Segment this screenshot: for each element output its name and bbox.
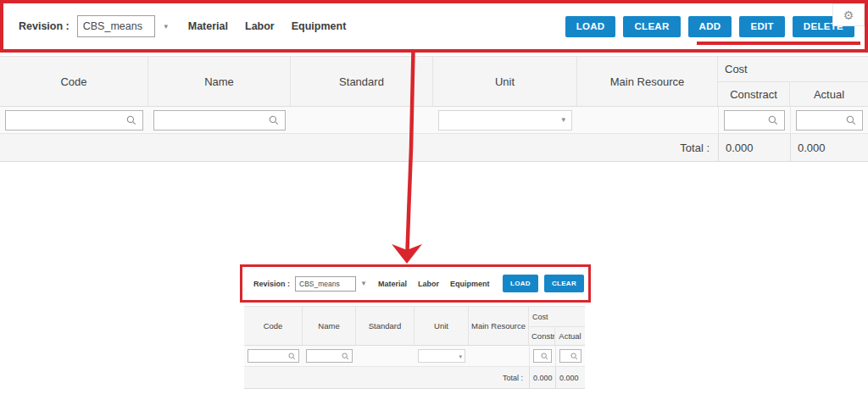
cost-table: Code Name Standard Unit Main Resource Co… [0, 56, 868, 162]
name-filter-input[interactable] [309, 352, 342, 361]
actual-filter[interactable] [559, 349, 581, 363]
tab-labor[interactable]: Labor [245, 20, 275, 32]
column-header-main-resource: Main Resource [469, 307, 529, 345]
unit-filter-input[interactable] [445, 114, 561, 127]
column-header-actual: Actual [790, 82, 868, 106]
code-filter[interactable] [248, 349, 299, 363]
total-constract-value: 0.000 [529, 367, 555, 388]
total-actual-value: 0.000 [555, 367, 585, 388]
code-filter-input[interactable] [251, 352, 288, 361]
column-header-code: Code [0, 57, 148, 106]
code-filter[interactable] [5, 110, 143, 131]
chevron-down-icon: ▾ [561, 116, 565, 124]
search-icon [570, 353, 578, 360]
search-icon [541, 353, 548, 360]
column-header-actual: Actual [555, 327, 585, 345]
table-total-row: Total : 0.000 0.000 [0, 134, 868, 162]
constract-filter[interactable] [724, 110, 785, 131]
standard-filter-cell [356, 346, 415, 366]
column-group-cost: Cost Constract Actual [529, 307, 585, 345]
revision-dropdown-button[interactable]: ▾ [155, 16, 177, 36]
column-header-standard: Standard [356, 307, 415, 345]
column-header-cost: Cost [529, 307, 585, 327]
main-resource-filter-cell [577, 107, 718, 133]
column-group-cost: Cost Constract Actual [718, 57, 868, 106]
resource-tabs: Material Labor Equipment [188, 20, 347, 32]
revision-label: Revision : [19, 20, 70, 32]
column-header-standard: Standard [291, 57, 433, 106]
revision-input[interactable] [295, 276, 356, 292]
actual-filter-input[interactable] [803, 114, 846, 127]
load-button[interactable]: LOAD [565, 16, 616, 37]
name-filter[interactable] [306, 349, 353, 363]
column-header-cost: Cost [718, 57, 868, 82]
tab-equipment[interactable]: Equipment [450, 280, 490, 288]
search-icon [342, 353, 349, 360]
constract-filter[interactable] [533, 349, 552, 363]
search-icon [768, 115, 778, 125]
clear-button[interactable]: CLEAR [544, 275, 584, 292]
table-header-row: Code Name Standard Unit Main Resource Co… [244, 306, 585, 346]
add-button[interactable]: ADD [688, 16, 732, 37]
unit-filter-input[interactable] [421, 352, 459, 361]
load-button[interactable]: LOAD [503, 275, 538, 292]
search-icon [288, 353, 296, 360]
tab-labor[interactable]: Labor [418, 280, 439, 288]
total-actual-value: 0.000 [790, 134, 868, 161]
resource-tabs: Material Labor Equipment [378, 280, 490, 288]
table-filter-row: ▾ [0, 107, 868, 134]
app-canvas: Revision : ▾ Material Labor Equipment LO… [0, 0, 868, 400]
revision-dropdown-button[interactable]: ▾ [356, 277, 371, 291]
name-filter[interactable] [153, 110, 286, 131]
code-filter-input[interactable] [12, 114, 126, 127]
column-header-unit: Unit [433, 57, 577, 106]
constract-filter-input[interactable] [731, 114, 768, 127]
table-total-row: Total : 0.000 0.000 [244, 367, 585, 389]
column-header-code: Code [244, 307, 303, 345]
name-filter-input[interactable] [160, 114, 269, 127]
toolbar-buttons: LOAD CLEAR ADD EDIT DELETE [565, 16, 854, 37]
total-label: Total : [0, 134, 718, 161]
unit-filter-select[interactable]: ▾ [438, 110, 572, 131]
revision-select[interactable]: ▾ [295, 276, 371, 292]
edit-button[interactable]: EDIT [739, 16, 784, 37]
chevron-down-icon: ▾ [362, 280, 366, 287]
standard-filter-cell [291, 107, 433, 133]
tab-equipment[interactable]: Equipment [292, 20, 347, 32]
actual-filter[interactable] [796, 110, 863, 131]
actual-filter-input[interactable] [563, 352, 570, 361]
column-header-name: Name [148, 57, 291, 106]
annotation-red-box-mini: Revision : ▾ Material Labor Equipment LO… [240, 264, 591, 303]
total-label: Total : [244, 367, 529, 388]
total-constract-value: 0.000 [718, 134, 790, 161]
annotation-red-underline [697, 42, 860, 45]
table-filter-row: ▾ [244, 346, 585, 367]
search-icon [269, 115, 279, 125]
column-header-constract: Constract [529, 327, 555, 345]
chevron-down-icon: ▾ [164, 23, 168, 31]
chevron-down-icon: ▾ [459, 353, 462, 359]
toolbar-buttons: LOAD CLEAR [503, 275, 584, 292]
revision-select[interactable]: ▾ [77, 15, 177, 37]
cost-table-mini: Code Name Standard Unit Main Resource Co… [244, 306, 585, 389]
revision-input[interactable] [77, 15, 155, 37]
search-icon [846, 115, 856, 125]
search-icon [126, 115, 136, 125]
gear-icon: ⚙ [843, 9, 854, 21]
column-header-constract: Constract [718, 82, 790, 106]
clear-button[interactable]: CLEAR [623, 16, 680, 37]
revision-label: Revision : [253, 280, 290, 288]
column-header-unit: Unit [415, 307, 469, 345]
unit-filter-select[interactable]: ▾ [418, 349, 465, 363]
tab-material[interactable]: Material [378, 280, 407, 288]
table-header-row: Code Name Standard Unit Main Resource Co… [0, 56, 868, 107]
column-header-main-resource: Main Resource [577, 57, 718, 106]
tab-material[interactable]: Material [188, 20, 228, 32]
grid-settings-button[interactable]: ⚙ [832, 3, 865, 26]
column-header-name: Name [303, 307, 356, 345]
main-resource-filter-cell [469, 346, 529, 366]
